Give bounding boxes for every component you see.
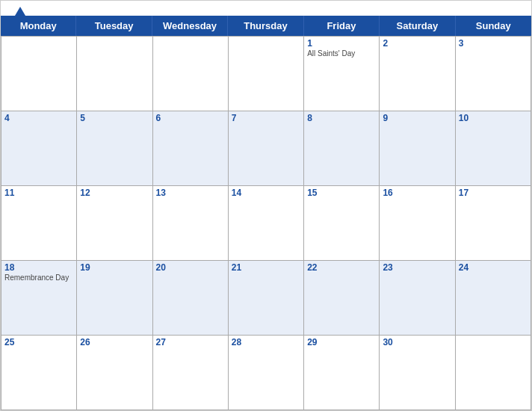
- table-row: 16: [380, 186, 455, 261]
- table-row: [1, 37, 77, 111]
- date-number: 7: [232, 113, 300, 123]
- date-number: 1: [307, 38, 376, 49]
- table-row: 8: [304, 111, 380, 186]
- logo-blue-text: [12, 7, 25, 16]
- table-row: 15: [304, 186, 380, 261]
- date-number: 8: [307, 113, 376, 123]
- table-row: 3: [456, 37, 531, 111]
- date-number: 11: [4, 188, 73, 198]
- date-number: 28: [232, 337, 300, 347]
- date-number: 24: [459, 262, 528, 273]
- table-row: 13: [153, 186, 229, 261]
- calendar-header: [1, 1, 531, 16]
- table-row: 11: [1, 186, 77, 261]
- table-row: 24: [456, 261, 531, 336]
- date-number: 15: [307, 188, 376, 198]
- table-row: [456, 336, 531, 410]
- date-number: 25: [4, 337, 73, 347]
- table-row: 12: [77, 186, 152, 261]
- date-number: 19: [80, 262, 149, 273]
- table-row: 25: [1, 336, 77, 410]
- table-row: 5: [77, 111, 152, 186]
- date-number: 29: [307, 337, 376, 347]
- table-row: 29: [304, 336, 380, 410]
- table-row: 28: [229, 336, 304, 410]
- table-row: [229, 37, 304, 111]
- table-row: 27: [153, 336, 229, 410]
- calendar-container: Monday Tuesday Wednesday Thursday Friday…: [0, 0, 532, 411]
- holiday-label: All Saints' Day: [307, 49, 376, 58]
- table-row: 30: [380, 336, 455, 410]
- date-number: 12: [80, 188, 149, 198]
- table-row: 19: [77, 261, 152, 336]
- table-row: 20: [153, 261, 229, 336]
- date-number: 21: [232, 262, 300, 273]
- table-row: 6: [153, 111, 229, 186]
- holiday-label: Remembrance Day: [4, 274, 73, 282]
- table-row: 21: [229, 261, 304, 336]
- date-number: 13: [156, 188, 225, 198]
- table-row: 17: [456, 186, 531, 261]
- date-number: 20: [156, 262, 225, 273]
- day-header-tuesday: Tuesday: [76, 16, 152, 36]
- table-row: 18Remembrance Day: [1, 261, 77, 336]
- table-row: 22: [304, 261, 380, 336]
- day-headers-row: Monday Tuesday Wednesday Thursday Friday…: [1, 16, 531, 36]
- day-header-saturday: Saturday: [380, 16, 455, 36]
- logo-triangle-icon: [15, 7, 25, 16]
- date-number: 22: [307, 262, 376, 273]
- date-number: 27: [156, 337, 225, 347]
- table-row: 4: [1, 111, 77, 186]
- table-row: 9: [380, 111, 455, 186]
- date-number: 26: [80, 337, 149, 347]
- date-number: 16: [383, 188, 451, 198]
- table-row: [77, 37, 152, 111]
- table-row: 10: [456, 111, 531, 186]
- table-row: 7: [229, 111, 304, 186]
- date-number: 2: [383, 38, 451, 49]
- date-number: 17: [459, 188, 528, 198]
- day-header-sunday: Sunday: [456, 16, 531, 36]
- table-row: 2: [380, 37, 455, 111]
- table-row: 14: [229, 186, 304, 261]
- date-number: 18: [4, 262, 73, 273]
- date-number: 23: [383, 262, 451, 273]
- date-number: 14: [232, 188, 300, 198]
- table-row: 1All Saints' Day: [304, 37, 380, 111]
- day-header-wednesday: Wednesday: [152, 16, 228, 36]
- date-number: 30: [383, 337, 451, 347]
- calendar-grid: 1All Saints' Day234567891011121314151617…: [1, 36, 531, 410]
- table-row: [153, 37, 229, 111]
- date-number: 10: [459, 113, 528, 123]
- date-number: 5: [80, 113, 149, 123]
- date-number: 6: [156, 113, 225, 123]
- date-number: 4: [4, 113, 73, 123]
- date-number: 9: [383, 113, 451, 123]
- logo: [12, 7, 25, 16]
- day-header-monday: Monday: [1, 16, 76, 36]
- date-number: 3: [459, 38, 528, 49]
- day-header-friday: Friday: [304, 16, 380, 36]
- table-row: 26: [77, 336, 152, 410]
- table-row: 23: [380, 261, 455, 336]
- day-header-thursday: Thursday: [228, 16, 303, 36]
